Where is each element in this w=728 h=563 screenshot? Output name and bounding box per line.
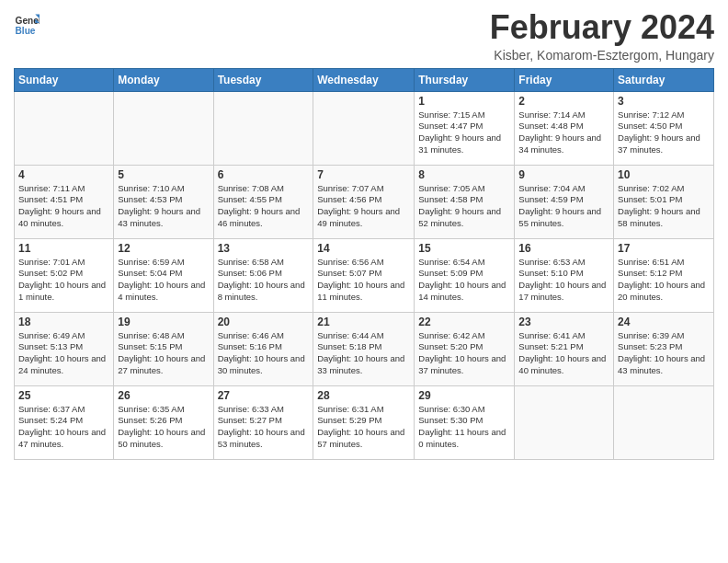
day-info: Sunrise: 7:01 AM Sunset: 5:02 PM Dayligh… (18, 257, 109, 304)
day-info: Sunrise: 6:30 AM Sunset: 5:30 PM Dayligh… (418, 404, 510, 451)
day-number: 6 (218, 168, 310, 181)
day-number: 20 (218, 316, 310, 328)
day-number: 23 (518, 316, 609, 328)
calendar-cell: 6Sunrise: 7:08 AM Sunset: 4:55 PM Daylig… (213, 165, 313, 238)
calendar-cell: 7Sunrise: 7:07 AM Sunset: 4:56 PM Daylig… (313, 165, 415, 238)
day-number: 18 (18, 316, 109, 328)
calendar-cell: 11Sunrise: 7:01 AM Sunset: 5:02 PM Dayli… (15, 238, 114, 312)
calendar-cell: 19Sunrise: 6:48 AM Sunset: 5:15 PM Dayli… (114, 312, 213, 385)
calendar-cell: 22Sunrise: 6:42 AM Sunset: 5:20 PM Dayli… (415, 312, 515, 385)
day-number: 24 (618, 316, 710, 328)
calendar-cell: 15Sunrise: 6:54 AM Sunset: 5:09 PM Dayli… (415, 238, 515, 312)
day-number: 3 (618, 95, 710, 108)
day-number: 7 (317, 168, 410, 181)
day-number: 16 (518, 242, 609, 255)
day-info: Sunrise: 6:37 AM Sunset: 5:24 PM Dayligh… (18, 404, 109, 451)
day-number: 1 (418, 95, 510, 108)
day-info: Sunrise: 7:05 AM Sunset: 4:58 PM Dayligh… (418, 183, 510, 230)
day-header-saturday: Saturday (614, 68, 714, 91)
day-info: Sunrise: 6:53 AM Sunset: 5:10 PM Dayligh… (518, 257, 609, 304)
week-row-3: 18Sunrise: 6:49 AM Sunset: 5:13 PM Dayli… (15, 312, 714, 385)
day-number: 22 (418, 316, 510, 328)
week-row-1: 4Sunrise: 7:11 AM Sunset: 4:51 PM Daylig… (15, 165, 714, 238)
day-info: Sunrise: 6:51 AM Sunset: 5:12 PM Dayligh… (618, 257, 710, 304)
day-number: 10 (618, 168, 710, 181)
day-info: Sunrise: 7:14 AM Sunset: 4:48 PM Dayligh… (518, 109, 609, 156)
day-number: 8 (418, 168, 510, 181)
day-number: 11 (18, 242, 109, 255)
calendar-cell: 4Sunrise: 7:11 AM Sunset: 4:51 PM Daylig… (15, 165, 114, 238)
logo: General Blue (14, 13, 40, 39)
calendar-cell: 27Sunrise: 6:33 AM Sunset: 5:27 PM Dayli… (213, 385, 313, 459)
day-info: Sunrise: 7:12 AM Sunset: 4:50 PM Dayligh… (618, 109, 710, 156)
calendar-cell: 16Sunrise: 6:53 AM Sunset: 5:10 PM Dayli… (515, 238, 614, 312)
calendar-cell (614, 385, 714, 459)
day-info: Sunrise: 6:33 AM Sunset: 5:27 PM Dayligh… (218, 404, 310, 451)
day-info: Sunrise: 7:04 AM Sunset: 4:59 PM Dayligh… (518, 183, 609, 230)
day-info: Sunrise: 7:08 AM Sunset: 4:55 PM Dayligh… (218, 183, 310, 230)
calendar-cell: 25Sunrise: 6:37 AM Sunset: 5:24 PM Dayli… (15, 385, 114, 459)
calendar-cell: 24Sunrise: 6:39 AM Sunset: 5:23 PM Dayli… (614, 312, 714, 385)
calendar-cell: 13Sunrise: 6:58 AM Sunset: 5:06 PM Dayli… (213, 238, 313, 312)
day-number: 26 (118, 389, 209, 402)
calendar-cell: 28Sunrise: 6:31 AM Sunset: 5:29 PM Dayli… (313, 385, 415, 459)
day-info: Sunrise: 6:56 AM Sunset: 5:07 PM Dayligh… (317, 257, 410, 304)
day-header-sunday: Sunday (15, 68, 114, 91)
calendar-cell: 10Sunrise: 7:02 AM Sunset: 5:01 PM Dayli… (614, 165, 714, 238)
calendar-cell: 14Sunrise: 6:56 AM Sunset: 5:07 PM Dayli… (313, 238, 415, 312)
day-info: Sunrise: 7:07 AM Sunset: 4:56 PM Dayligh… (317, 183, 410, 230)
calendar-cell: 9Sunrise: 7:04 AM Sunset: 4:59 PM Daylig… (515, 165, 614, 238)
day-header-tuesday: Tuesday (213, 68, 313, 91)
calendar-cell: 5Sunrise: 7:10 AM Sunset: 4:53 PM Daylig… (114, 165, 213, 238)
day-number: 28 (317, 389, 410, 402)
day-info: Sunrise: 6:44 AM Sunset: 5:18 PM Dayligh… (317, 330, 410, 377)
calendar-cell (213, 91, 313, 165)
day-number: 15 (418, 242, 510, 255)
day-number: 9 (518, 168, 609, 181)
week-row-4: 25Sunrise: 6:37 AM Sunset: 5:24 PM Dayli… (15, 385, 714, 459)
calendar-cell: 21Sunrise: 6:44 AM Sunset: 5:18 PM Dayli… (313, 312, 415, 385)
day-info: Sunrise: 7:10 AM Sunset: 4:53 PM Dayligh… (118, 183, 209, 230)
day-info: Sunrise: 6:39 AM Sunset: 5:23 PM Dayligh… (618, 330, 710, 377)
day-info: Sunrise: 7:02 AM Sunset: 5:01 PM Dayligh… (618, 183, 710, 230)
calendar-cell: 20Sunrise: 6:46 AM Sunset: 5:16 PM Dayli… (213, 312, 313, 385)
day-info: Sunrise: 7:11 AM Sunset: 4:51 PM Dayligh… (18, 183, 109, 230)
calendar-cell: 8Sunrise: 7:05 AM Sunset: 4:58 PM Daylig… (415, 165, 515, 238)
week-row-2: 11Sunrise: 7:01 AM Sunset: 5:02 PM Dayli… (15, 238, 714, 312)
logo-icon: General Blue (14, 13, 40, 39)
calendar-cell: 29Sunrise: 6:30 AM Sunset: 5:30 PM Dayli… (415, 385, 515, 459)
day-info: Sunrise: 6:41 AM Sunset: 5:21 PM Dayligh… (518, 330, 609, 377)
calendar-cell (515, 385, 614, 459)
day-info: Sunrise: 6:58 AM Sunset: 5:06 PM Dayligh… (218, 257, 310, 304)
calendar-cell (114, 91, 213, 165)
day-number: 12 (118, 242, 209, 255)
title-area: February 2024 Kisber, Komarom-Esztergom,… (490, 9, 714, 63)
calendar-cell (15, 91, 114, 165)
day-info: Sunrise: 6:35 AM Sunset: 5:26 PM Dayligh… (118, 404, 209, 451)
day-info: Sunrise: 6:59 AM Sunset: 5:04 PM Dayligh… (118, 257, 209, 304)
day-number: 21 (317, 316, 410, 328)
day-info: Sunrise: 6:31 AM Sunset: 5:29 PM Dayligh… (317, 404, 410, 451)
week-row-0: 1Sunrise: 7:15 AM Sunset: 4:47 PM Daylig… (15, 91, 714, 165)
day-number: 4 (18, 168, 109, 181)
day-number: 29 (418, 389, 510, 402)
calendar-cell: 1Sunrise: 7:15 AM Sunset: 4:47 PM Daylig… (415, 91, 515, 165)
day-header-wednesday: Wednesday (313, 68, 415, 91)
calendar-cell: 26Sunrise: 6:35 AM Sunset: 5:26 PM Dayli… (114, 385, 213, 459)
day-header-monday: Monday (114, 68, 213, 91)
calendar-cell: 12Sunrise: 6:59 AM Sunset: 5:04 PM Dayli… (114, 238, 213, 312)
day-number: 13 (218, 242, 310, 255)
day-info: Sunrise: 6:49 AM Sunset: 5:13 PM Dayligh… (18, 330, 109, 377)
header-row: SundayMondayTuesdayWednesdayThursdayFrid… (15, 68, 714, 91)
day-number: 25 (18, 389, 109, 402)
location-title: Kisber, Komarom-Esztergom, Hungary (490, 48, 714, 63)
day-info: Sunrise: 6:54 AM Sunset: 5:09 PM Dayligh… (418, 257, 510, 304)
calendar-cell: 18Sunrise: 6:49 AM Sunset: 5:13 PM Dayli… (15, 312, 114, 385)
day-number: 27 (218, 389, 310, 402)
calendar-cell: 3Sunrise: 7:12 AM Sunset: 4:50 PM Daylig… (614, 91, 714, 165)
day-number: 2 (518, 95, 609, 108)
calendar-cell (313, 91, 415, 165)
day-header-thursday: Thursday (415, 68, 515, 91)
day-info: Sunrise: 6:46 AM Sunset: 5:16 PM Dayligh… (218, 330, 310, 377)
calendar-cell: 2Sunrise: 7:14 AM Sunset: 4:48 PM Daylig… (515, 91, 614, 165)
